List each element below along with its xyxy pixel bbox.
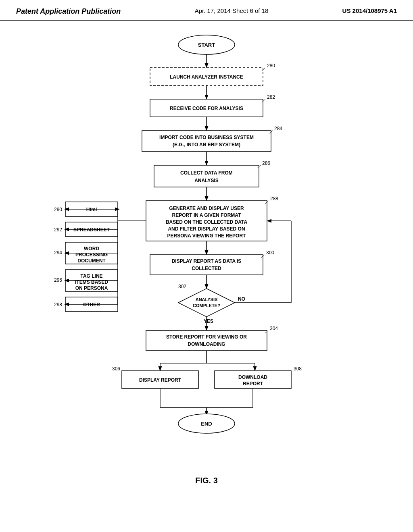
svg-text:302: 302 — [178, 284, 186, 289]
figure-label: FIG. 3 — [0, 476, 413, 485]
svg-text:LAUNCH ANALYZER INSTANCE: LAUNCH ANALYZER INSTANCE — [170, 74, 243, 80]
svg-text:START: START — [198, 42, 215, 48]
svg-text:OTHER: OTHER — [83, 302, 100, 308]
svg-text:288: 288 — [270, 196, 278, 202]
svg-text:GENERATE AND DISPLAY USER: GENERATE AND DISPLAY USER — [169, 206, 244, 211]
svg-text:WORD: WORD — [84, 246, 99, 251]
svg-text:PERSONA VIEWING THE REPORT: PERSONA VIEWING THE REPORT — [167, 233, 246, 239]
svg-text:298: 298 — [54, 302, 62, 308]
svg-text:292: 292 — [54, 227, 62, 233]
svg-text:COMPLETE?: COMPLETE? — [193, 303, 220, 308]
svg-rect-62 — [150, 255, 263, 275]
svg-text:300: 300 — [266, 250, 274, 256]
svg-text:END: END — [201, 421, 212, 427]
flowchart-container: START LAUNCH ANALYZER INSTANCE 280 RECEI… — [0, 21, 413, 497]
svg-text:286: 286 — [262, 160, 270, 166]
svg-text:DOWNLOADING: DOWNLOADING — [188, 341, 225, 347]
svg-text:REPORT IN A GIVEN FORMAT: REPORT IN A GIVEN FORMAT — [172, 212, 242, 218]
svg-text:IMPORT CODE INTO BUSINESS SYST: IMPORT CODE INTO BUSINESS SYSTEM — [159, 135, 254, 140]
sheet-info: Apr. 17, 2014 Sheet 6 of 18 — [195, 7, 269, 14]
svg-text:ANALYSIS: ANALYSIS — [194, 178, 219, 183]
svg-text:COLLECTED: COLLECTED — [192, 266, 221, 271]
flowchart-svg: START LAUNCH ANALYZER INSTANCE 280 RECEI… — [41, 29, 372, 472]
svg-text:ON PERSONA: ON PERSONA — [75, 285, 108, 291]
svg-text:STORE REPORT FOR VIEWING OR: STORE REPORT FOR VIEWING OR — [166, 334, 247, 340]
svg-text:SPREADSHEET: SPREADSHEET — [73, 227, 110, 233]
svg-rect-19 — [154, 165, 259, 187]
svg-text:YES: YES — [204, 318, 213, 324]
svg-text:COLLECT DATA FROM: COLLECT DATA FROM — [180, 170, 233, 176]
svg-text:306: 306 — [112, 366, 120, 372]
svg-text:290: 290 — [54, 207, 62, 212]
svg-text:ITEMS BASED: ITEMS BASED — [75, 279, 108, 285]
svg-rect-13 — [142, 131, 271, 152]
svg-text:PROCESSING: PROCESSING — [75, 252, 108, 258]
svg-text:AND FILTER DISPLAY BASED ON: AND FILTER DISPLAY BASED ON — [168, 226, 245, 232]
svg-text:(E.G., INTO AN ERP SYSTEM): (E.G., INTO AN ERP SYSTEM) — [173, 142, 240, 148]
svg-text:BASED ON THE COLLECTED DATA: BASED ON THE COLLECTED DATA — [166, 219, 248, 225]
page-header: Patent Application Publication Apr. 17, … — [0, 0, 413, 21]
publication-title: Patent Application Publication — [16, 7, 121, 16]
svg-text:RECEIVE CODE FOR ANALYSIS: RECEIVE CODE FOR ANALYSIS — [170, 106, 243, 111]
svg-text:ANALYSIS: ANALYSIS — [196, 297, 218, 302]
svg-text:308: 308 — [294, 366, 302, 372]
svg-text:TAG LINE: TAG LINE — [80, 273, 102, 279]
svg-text:294: 294 — [54, 250, 62, 256]
svg-text:DOWNLOAD: DOWNLOAD — [238, 374, 267, 380]
svg-marker-68 — [178, 289, 235, 317]
svg-text:280: 280 — [267, 63, 275, 69]
svg-text:DISPLAY REPORT: DISPLAY REPORT — [139, 377, 181, 383]
svg-text:296: 296 — [54, 277, 62, 283]
svg-text:282: 282 — [267, 94, 275, 100]
svg-text:DISPLAY REPORT AS DATA IS: DISPLAY REPORT AS DATA IS — [172, 258, 242, 264]
svg-text:REPORT: REPORT — [243, 381, 263, 387]
svg-text:NO: NO — [238, 296, 245, 302]
svg-text:304: 304 — [270, 326, 278, 331]
svg-text:284: 284 — [274, 126, 282, 131]
svg-text:DOCUMENT: DOCUMENT — [77, 258, 106, 264]
patent-number: US 2014/108975 A1 — [342, 7, 397, 14]
svg-text:Html: Html — [86, 207, 97, 212]
svg-rect-78 — [146, 330, 267, 351]
